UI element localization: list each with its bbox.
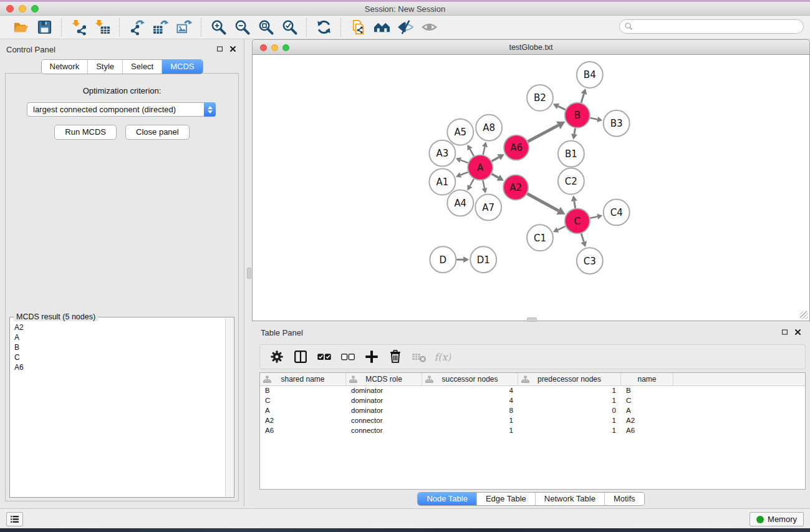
mcds-result-list[interactable]: A2ABCA6 <box>11 321 225 496</box>
column-header-shared-name[interactable]: shared name <box>260 373 346 385</box>
memory-button[interactable]: Memory <box>750 512 804 526</box>
table-row[interactable]: A6connector11A6 <box>260 426 805 436</box>
run-mcds-button[interactable]: Run MCDS <box>54 125 117 140</box>
graph-edge[interactable] <box>492 157 499 161</box>
graph-edge[interactable] <box>581 233 584 241</box>
export-table-button[interactable] <box>148 18 172 37</box>
table-tab-node-table[interactable]: Node Table <box>418 493 476 505</box>
graph-node-D[interactable]: D <box>430 246 456 273</box>
result-list-item[interactable]: A <box>14 332 225 342</box>
deselect-all-checks-button[interactable] <box>339 347 357 366</box>
column-header-successor-nodes[interactable]: successor nodes <box>422 373 518 385</box>
delete-column-button[interactable] <box>386 347 404 366</box>
graph-node-B[interactable]: B <box>565 103 590 128</box>
add-column-button[interactable] <box>362 347 380 366</box>
horizontal-splitter-handle[interactable] <box>247 268 251 279</box>
graph-edge[interactable] <box>491 174 498 178</box>
table-row[interactable]: Adominator80A <box>260 406 805 416</box>
node-table[interactable]: shared nameMCDS rolesuccessor nodesprede… <box>259 372 806 490</box>
resize-grip-icon[interactable] <box>800 311 808 319</box>
refresh-button[interactable] <box>312 18 335 37</box>
graph-edge[interactable] <box>461 172 468 175</box>
graph-edge[interactable] <box>527 194 558 211</box>
tab-network[interactable]: Network <box>41 60 87 74</box>
graph-edge[interactable] <box>557 226 565 230</box>
graph-node-A2[interactable]: A2 <box>503 175 528 200</box>
graph-node-A5[interactable]: A5 <box>447 119 473 145</box>
graph-edge[interactable] <box>590 216 597 218</box>
graph-node-B1[interactable]: B1 <box>558 141 584 167</box>
table-tab-motifs[interactable]: Motifs <box>604 493 644 505</box>
open-session-button[interactable] <box>9 18 32 37</box>
graph-node-B3[interactable]: B3 <box>604 110 630 137</box>
graph-node-B4[interactable]: B4 <box>577 62 603 88</box>
graph-edge[interactable] <box>483 147 485 155</box>
graph-node-C[interactable]: C <box>565 208 590 233</box>
graph-edge[interactable] <box>581 94 584 103</box>
export-network-button[interactable] <box>125 18 148 37</box>
graph-node-C2[interactable]: C2 <box>558 168 584 195</box>
graph-edge[interactable] <box>461 160 468 163</box>
graph-node-C3[interactable]: C3 <box>577 248 603 274</box>
function-builder-button[interactable] <box>433 347 451 366</box>
zoom-fit-button[interactable] <box>254 18 277 37</box>
graph-node-C4[interactable]: C4 <box>604 199 630 225</box>
table-settings-gear-button[interactable] <box>268 347 286 366</box>
tab-mcds[interactable]: MCDS <box>162 60 202 74</box>
graph-edge[interactable] <box>470 149 474 156</box>
graph-node-C1[interactable]: C1 <box>527 225 553 251</box>
float-panel-icon[interactable] <box>216 46 223 52</box>
criterion-dropdown[interactable]: largest connected component (directed) <box>27 102 216 117</box>
copy-network-button[interactable] <box>346 18 370 37</box>
graph-edge[interactable] <box>483 180 485 188</box>
result-list-item[interactable]: B <box>14 342 225 352</box>
close-panel-icon[interactable] <box>794 329 801 336</box>
graph-node-A6[interactable]: A6 <box>504 135 529 160</box>
import-table-button[interactable] <box>90 18 114 37</box>
graph-edge[interactable] <box>574 128 576 134</box>
vertical-splitter-handle[interactable] <box>527 317 537 322</box>
graph-edge[interactable] <box>558 106 566 110</box>
tab-style[interactable]: Style <box>87 60 122 74</box>
graph-node-B2[interactable]: B2 <box>527 85 553 111</box>
task-history-button[interactable] <box>6 512 23 526</box>
zoom-selected-button[interactable] <box>277 18 301 37</box>
table-tab-edge-table[interactable]: Edge Table <box>476 493 535 505</box>
graph-node-A1[interactable]: A1 <box>429 169 455 195</box>
tab-select[interactable]: Select <box>122 60 162 74</box>
graph-edge[interactable] <box>590 118 597 119</box>
column-header-MCDS-role[interactable]: MCDS role <box>346 373 422 385</box>
table-row[interactable]: Cdominator41C <box>260 396 805 406</box>
zoom-out-button[interactable] <box>230 18 254 37</box>
select-all-checks-button[interactable] <box>315 347 333 366</box>
delete-table-button[interactable] <box>410 347 428 366</box>
save-session-button[interactable] <box>32 18 56 37</box>
graph-node-A[interactable]: A <box>468 155 493 180</box>
import-network-button[interactable] <box>67 18 90 37</box>
network-window-titlebar[interactable]: testGlobe.txt <box>252 39 810 54</box>
export-image-button[interactable] <box>172 18 196 37</box>
result-list-item[interactable]: C <box>14 352 225 362</box>
graph-edge[interactable] <box>528 125 559 142</box>
search-input[interactable] <box>619 19 804 34</box>
table-tab-network-table[interactable]: Network Table <box>535 493 604 505</box>
split-table-button[interactable] <box>291 347 309 366</box>
zoom-in-button[interactable] <box>206 18 230 37</box>
graph-node-D1[interactable]: D1 <box>470 246 496 273</box>
close-panel-button[interactable]: Close panel <box>125 125 190 140</box>
network-graph[interactable]: B4B2BB3B1A5A8A6A3AA1A2A4A7C2CC4C1C3DD1 <box>253 55 809 321</box>
first-neighbors-button[interactable] <box>370 18 393 37</box>
table-row[interactable]: Bdominator41B <box>260 386 805 396</box>
graph-edge[interactable] <box>470 179 474 186</box>
result-list-item[interactable]: A2 <box>14 322 225 332</box>
graph-node-A4[interactable]: A4 <box>447 190 473 216</box>
column-header-predecessor-nodes[interactable]: predecessor nodes <box>518 373 621 385</box>
show-all-button[interactable] <box>417 18 441 37</box>
hide-selected-button[interactable] <box>393 18 417 37</box>
graph-node-A8[interactable]: A8 <box>476 115 502 141</box>
table-row[interactable]: A2connector11A2 <box>260 416 805 426</box>
result-list-scrollbar[interactable] <box>225 318 233 496</box>
graph-edge[interactable] <box>574 201 576 208</box>
float-panel-icon[interactable] <box>781 329 788 336</box>
close-panel-icon[interactable] <box>229 46 236 52</box>
